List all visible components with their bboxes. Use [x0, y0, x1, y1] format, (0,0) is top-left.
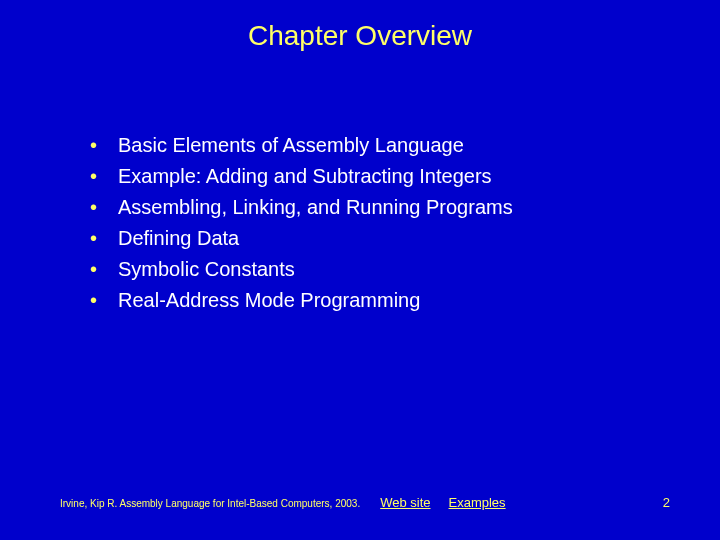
list-item: • Real-Address Mode Programming — [90, 287, 720, 314]
bullet-icon: • — [90, 132, 118, 159]
examples-link[interactable]: Examples — [449, 495, 506, 510]
list-item-text: Real-Address Mode Programming — [118, 287, 420, 314]
website-link[interactable]: Web site — [380, 495, 430, 510]
list-item: • Defining Data — [90, 225, 720, 252]
footer-attribution: Irvine, Kip R. Assembly Language for Int… — [60, 498, 360, 509]
list-item: • Assembling, Linking, and Running Progr… — [90, 194, 720, 221]
bullet-icon: • — [90, 256, 118, 283]
list-item: • Example: Adding and Subtracting Intege… — [90, 163, 720, 190]
bullet-icon: • — [90, 194, 118, 221]
bullet-icon: • — [90, 287, 118, 314]
list-item-text: Basic Elements of Assembly Language — [118, 132, 464, 159]
footer-links: Web site Examples — [380, 495, 505, 510]
list-item-text: Defining Data — [118, 225, 239, 252]
list-item-text: Example: Adding and Subtracting Integers — [118, 163, 492, 190]
bullet-icon: • — [90, 225, 118, 252]
bullet-list: • Basic Elements of Assembly Language • … — [90, 132, 720, 314]
slide-title: Chapter Overview — [0, 0, 720, 52]
list-item: • Basic Elements of Assembly Language — [90, 132, 720, 159]
list-item-text: Symbolic Constants — [118, 256, 295, 283]
page-number: 2 — [663, 495, 670, 510]
bullet-icon: • — [90, 163, 118, 190]
list-item-text: Assembling, Linking, and Running Program… — [118, 194, 513, 221]
list-item: • Symbolic Constants — [90, 256, 720, 283]
slide-footer: Irvine, Kip R. Assembly Language for Int… — [0, 495, 720, 510]
